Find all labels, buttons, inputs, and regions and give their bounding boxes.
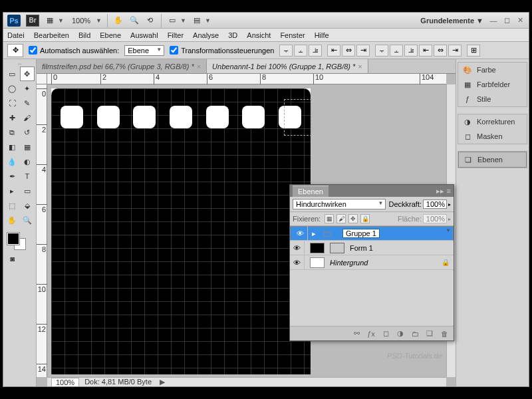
- zoom-icon[interactable]: 🔍: [129, 15, 140, 26]
- blur-tool[interactable]: 💧: [5, 154, 20, 169]
- align-button[interactable]: ⫡: [309, 45, 322, 57]
- menu-auswahl[interactable]: Auswahl: [130, 31, 158, 39]
- new-group-icon[interactable]: 🗀: [410, 329, 420, 338]
- pen-tool[interactable]: ✒: [5, 169, 20, 184]
- move-tool-icon[interactable]: ✥: [7, 44, 23, 57]
- heal-tool[interactable]: ✚: [5, 110, 20, 125]
- close-tab-icon[interactable]: ×: [358, 63, 362, 70]
- close-button[interactable]: ✕: [515, 16, 525, 25]
- layers-tabbar[interactable]: Ebenen ▸▸≡: [290, 185, 454, 197]
- menu-analyse[interactable]: Analyse: [193, 31, 219, 39]
- layer-row-shape[interactable]: 👁 Form 1: [290, 241, 454, 255]
- align-button[interactable]: ⫠: [294, 45, 307, 57]
- history-brush-tool[interactable]: ↺: [20, 125, 35, 140]
- rotate-icon[interactable]: ⟲: [145, 15, 156, 26]
- toolbox-grip[interactable]: ››: [5, 61, 35, 66]
- link-layers-icon[interactable]: ⚯: [351, 329, 362, 338]
- distribute-button[interactable]: ⫠: [390, 45, 403, 57]
- layer-name-edit[interactable]: Gruppe 1: [342, 229, 380, 238]
- hand-tool[interactable]: ✋: [5, 213, 20, 227]
- panel-farbe[interactable]: 🎨Farbe: [458, 63, 527, 77]
- layers-tab[interactable]: Ebenen: [293, 186, 329, 197]
- menu-bearbeiten[interactable]: Bearbeiten: [34, 31, 69, 39]
- auto-select-checkbox[interactable]: Automatisch auswählen:: [29, 46, 119, 55]
- adjustment-layer-icon[interactable]: ◑: [395, 329, 406, 338]
- distribute-button[interactable]: ⇥: [448, 45, 462, 57]
- menu-ansicht[interactable]: Ansicht: [247, 31, 271, 39]
- transform-controls-input[interactable]: [170, 46, 178, 55]
- horizontal-ruler[interactable]: 0 2 4 6 8 10 104: [47, 74, 446, 84]
- menu-fenster[interactable]: Fenster: [280, 31, 305, 39]
- document-tab[interactable]: Unbenannt-1 bei 100% (Gruppe 1, RGB/8) *…: [207, 59, 368, 73]
- menu-datei[interactable]: Datei: [7, 31, 25, 39]
- panel-ebenen[interactable]: ❏Ebenen: [458, 152, 527, 168]
- layout-icon[interactable]: ▦: [45, 15, 55, 26]
- ps-logo-icon[interactable]: Ps: [7, 15, 21, 27]
- transform-controls-checkbox[interactable]: Transformationssteuerungen: [170, 46, 274, 55]
- fill-value[interactable]: 100%: [423, 214, 447, 223]
- layer-row-group[interactable]: 👁 ▸ 🗀 Gruppe 1: [290, 226, 454, 241]
- vertical-ruler[interactable]: 0 2 4 6 8 10 12 14: [37, 84, 47, 377]
- eyedropper-tool[interactable]: ✎: [20, 96, 35, 110]
- shape-tool[interactable]: ▭: [20, 184, 35, 198]
- visibility-icon[interactable]: 👁: [293, 226, 308, 241]
- brush-tool[interactable]: 🖌: [20, 110, 35, 125]
- screen-mode-icon[interactable]: ▭: [167, 15, 178, 26]
- new-layer-icon[interactable]: ❏: [424, 329, 435, 338]
- layer-row-background[interactable]: 👁 Hintergrund 🔒: [290, 255, 454, 270]
- lock-transparency-icon[interactable]: ▦: [325, 214, 334, 223]
- dropdown-icon[interactable]: ▸: [448, 201, 451, 207]
- menu-filter[interactable]: Filter: [168, 31, 184, 39]
- layer-name[interactable]: Hintergrund: [330, 259, 368, 267]
- zoom-tool[interactable]: 🔍: [20, 213, 35, 227]
- wand-tool[interactable]: ✦: [20, 81, 35, 96]
- maximize-button[interactable]: ◻: [502, 16, 511, 25]
- panel-stile[interactable]: ƒStile: [458, 92, 527, 106]
- align-button[interactable]: ⇥: [356, 45, 370, 57]
- menu-hilfe[interactable]: Hilfe: [315, 31, 329, 39]
- layer-name[interactable]: Form 1: [350, 244, 373, 252]
- lock-all-icon[interactable]: 🔒: [360, 214, 370, 223]
- move-tool[interactable]: ✥: [20, 66, 35, 81]
- gradient-tool[interactable]: ▦: [20, 140, 35, 154]
- layers-panel[interactable]: Ebenen ▸▸≡ Hindurchwirken Deckkraft: 100…: [289, 184, 454, 341]
- zoom-level[interactable]: 100%: [69, 17, 93, 25]
- panel-farbfelder[interactable]: ▦Farbfelder: [458, 77, 527, 92]
- quickmask-tool[interactable]: ◙: [5, 251, 20, 266]
- minimize-button[interactable]: —: [489, 16, 498, 25]
- workspace-switcher[interactable]: Grundelemente ▼: [420, 17, 483, 25]
- align-button[interactable]: ⫟: [279, 45, 293, 57]
- foreground-swatch[interactable]: [7, 233, 19, 245]
- layer-fx-icon[interactable]: ƒx: [366, 329, 376, 338]
- delete-layer-icon[interactable]: 🗑: [439, 329, 450, 338]
- bridge-logo-icon[interactable]: Br: [26, 15, 39, 27]
- opacity-value[interactable]: 100%: [423, 200, 447, 209]
- menu-3d[interactable]: 3D: [228, 31, 237, 39]
- collapse-icon[interactable]: ▸▸: [436, 187, 444, 196]
- auto-select-target[interactable]: Ebene: [124, 45, 164, 56]
- vector-mask-thumb[interactable]: [330, 243, 344, 253]
- arrange-icon[interactable]: ▤: [192, 15, 202, 26]
- panel-menu-icon[interactable]: ≡: [447, 187, 451, 196]
- lock-position-icon[interactable]: ✥: [348, 214, 358, 223]
- layer-mask-icon[interactable]: ◻: [380, 329, 391, 338]
- visibility-icon[interactable]: 👁: [290, 241, 305, 255]
- layer-thumb[interactable]: [310, 257, 325, 268]
- auto-select-input[interactable]: [29, 46, 37, 55]
- artboard[interactable]: [51, 88, 311, 374]
- path-select-tool[interactable]: ▸: [5, 184, 20, 198]
- status-zoom[interactable]: 100%: [51, 378, 79, 387]
- align-button[interactable]: ⇤: [327, 45, 340, 57]
- ruler-corner[interactable]: [37, 74, 47, 84]
- menu-bild[interactable]: Bild: [78, 31, 90, 39]
- auto-align-button[interactable]: ⊞: [467, 45, 480, 57]
- panel-masken[interactable]: ◻Masken: [458, 129, 527, 144]
- 3d-tool[interactable]: ⬚: [5, 198, 20, 213]
- document-tab[interactable]: filmstreifen.psd bei 66,7% (Gruppe 3, RG…: [37, 59, 207, 73]
- stamp-tool[interactable]: ⧉: [5, 125, 20, 140]
- layer-thumb[interactable]: [310, 243, 325, 253]
- distribute-button[interactable]: ⇤: [419, 45, 432, 57]
- crop-tool[interactable]: ⛶: [5, 96, 20, 110]
- distribute-button[interactable]: ⇔: [434, 45, 447, 57]
- panel-korrekturen[interactable]: ◑Korrekturen: [458, 114, 527, 129]
